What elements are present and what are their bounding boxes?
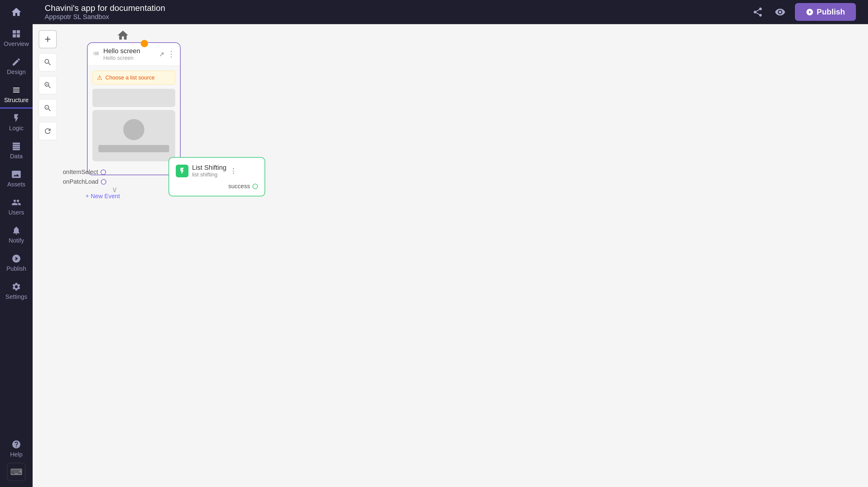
sidebar-item-settings[interactable]: Settings <box>0 277 33 305</box>
publish-button[interactable]: Publish <box>795 3 856 21</box>
zoom-in-button[interactable] <box>39 76 57 94</box>
new-event-row[interactable]: + New Event <box>86 193 120 200</box>
orange-dot <box>141 40 148 47</box>
preview-button[interactable] <box>773 4 788 20</box>
gray-block <box>92 89 175 107</box>
sidebar-item-users[interactable]: Users <box>0 193 33 221</box>
on-item-select-dot[interactable] <box>100 170 106 175</box>
sidebar-item-data[interactable]: Data <box>0 136 33 165</box>
sidebar-users-label: Users <box>8 209 24 216</box>
action-subtitle: list shifting <box>192 172 226 178</box>
screen-card-header: Hello screen Hello screen ↗ ⋮ <box>88 43 180 66</box>
screen-card-title: Hello screen <box>103 47 159 55</box>
action-text: List Shifting list shifting <box>192 164 226 178</box>
keyboard-btn[interactable]: ⌨ <box>7 463 25 481</box>
screen-card: Hello screen Hello screen ↗ ⋮ ⚠ Choose a… <box>87 42 181 175</box>
screen-card-body: ⚠ Choose a list source <box>88 66 180 175</box>
sidebar: Overview Design Structure Logic Data Ass… <box>0 0 33 487</box>
refresh-button[interactable] <box>39 122 57 140</box>
expand-icon[interactable]: ↗ <box>159 51 164 58</box>
sidebar-overview-label: Overview <box>4 40 29 48</box>
warning-bar[interactable]: ⚠ Choose a list source <box>92 71 175 85</box>
canvas-toolbar: + <box>36 24 60 487</box>
on-item-select-row: onItemSelect <box>63 169 106 176</box>
sidebar-settings-label: Settings <box>5 293 27 300</box>
action-title: List Shifting <box>192 164 226 172</box>
success-label: success <box>228 183 250 190</box>
sidebar-data-label: Data <box>10 153 23 160</box>
more-icon[interactable]: ⋮ <box>167 50 175 59</box>
topbar-title-area: Chavini's app for documentation Appspotr… <box>45 3 744 21</box>
action-menu-icon[interactable]: ⋮ <box>230 167 237 175</box>
action-node-header: List Shifting list shifting ⋮ <box>176 164 258 178</box>
main-area: Chavini's app for documentation Appspotr… <box>33 0 868 487</box>
search-button[interactable] <box>39 53 57 71</box>
app-name: Chavini's app for documentation <box>45 3 744 13</box>
topbar: Chavini's app for documentation Appspotr… <box>33 0 868 24</box>
sidebar-item-design[interactable]: Design <box>0 52 33 80</box>
new-event-label: + New Event <box>86 193 120 200</box>
on-patch-load-label: onPatchLoad <box>63 178 98 185</box>
on-item-select-label: onItemSelect <box>63 169 98 176</box>
sidebar-design-label: Design <box>7 68 26 75</box>
sidebar-item-notify[interactable]: Notify <box>0 221 33 249</box>
action-footer: success <box>176 183 258 190</box>
topbar-actions: Publish <box>750 3 856 21</box>
success-dot[interactable] <box>252 184 258 189</box>
sidebar-structure-label: Structure <box>4 97 28 103</box>
warning-text: Choose a list source <box>105 74 155 81</box>
sidebar-item-publish[interactable]: Publish <box>0 249 33 277</box>
sidebar-home[interactable] <box>7 3 25 21</box>
sidebar-notify-label: Notify <box>8 237 24 244</box>
sidebar-item-assets[interactable]: Assets <box>0 165 33 193</box>
action-node: List Shifting list shifting ⋮ success <box>168 157 265 196</box>
screen-card-title-area: Hello screen Hello screen <box>103 47 159 61</box>
sidebar-item-logic[interactable]: Logic <box>0 109 33 136</box>
sidebar-assets-label: Assets <box>7 181 25 188</box>
publish-btn-label: Publish <box>817 7 845 17</box>
on-patch-load-dot[interactable] <box>101 179 106 185</box>
share-button[interactable] <box>750 4 765 20</box>
zoom-out-button[interactable] <box>39 99 57 117</box>
action-icon <box>176 165 188 177</box>
app-sandbox: Appspotr SL Sandbox <box>45 13 744 21</box>
sidebar-item-overview[interactable]: Overview <box>0 24 33 52</box>
on-patch-load-row: onPatchLoad <box>63 178 106 185</box>
sidebar-item-structure[interactable]: Structure <box>0 80 33 109</box>
profile-circle <box>123 119 144 140</box>
sidebar-item-help[interactable]: Help <box>0 435 33 463</box>
profile-line <box>98 145 169 152</box>
sidebar-logic-label: Logic <box>9 125 24 132</box>
warning-icon: ⚠ <box>97 74 102 81</box>
sidebar-help-label: Help <box>10 451 22 458</box>
screen-card-header-actions: ↗ ⋮ <box>159 50 175 59</box>
list-icon <box>92 50 100 59</box>
canvas-area: + <box>33 24 868 487</box>
profile-placeholder <box>92 110 175 161</box>
screen-card-subtitle: Hello screen <box>103 55 159 61</box>
sidebar-publish-label: Publish <box>6 265 26 272</box>
add-button[interactable]: + <box>39 30 57 48</box>
